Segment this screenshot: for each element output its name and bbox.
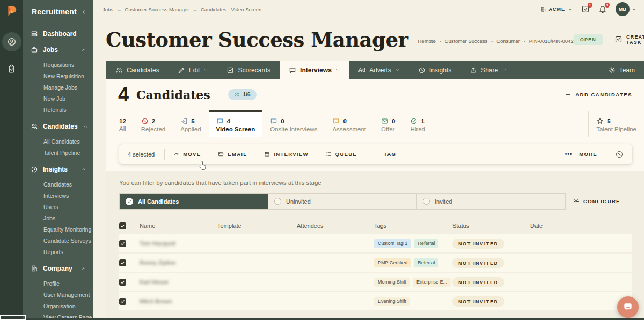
- sidebar-item-user-management[interactable]: User Management: [43, 289, 93, 300]
- sidebar-item-requisitions[interactable]: Requisitions: [43, 59, 93, 70]
- sidebar-item-insights-users[interactable]: Users: [43, 201, 93, 212]
- stage-assessment[interactable]: 0 Assessment: [325, 110, 374, 137]
- stage-onsite-interviews[interactable]: 0 Onsite Interviews: [262, 110, 325, 137]
- stage-video-screen[interactable]: 4 Video Screen: [209, 110, 263, 137]
- sidebar-item-talent-pipeline[interactable]: Talent Pipeline: [43, 147, 93, 158]
- sidebar-item-referrals[interactable]: Referrals: [43, 104, 93, 115]
- chat-widget-button[interactable]: [617, 296, 639, 318]
- stage-applied[interactable]: 5 Applied: [173, 110, 208, 137]
- col-tags: Tags: [374, 222, 452, 229]
- tab-team[interactable]: Team: [599, 61, 644, 79]
- candidate-name[interactable]: Tom Hacquoil: [140, 240, 217, 247]
- stage-hired[interactable]: 1 Hired: [402, 110, 432, 137]
- filter-option-all-candidates[interactable]: All Candidates: [120, 194, 268, 209]
- sidebar-item-all-candidates[interactable]: All Candidates: [43, 136, 93, 147]
- collapse-sidebar-icon[interactable]: [80, 9, 86, 15]
- tab-interviews[interactable]: Interviews: [280, 61, 349, 79]
- sidebar-item-insights-candidates[interactable]: Candidates: [43, 178, 93, 190]
- applied-icon: [181, 118, 187, 123]
- candidate-name[interactable]: Mitch Brown: [140, 298, 217, 304]
- configure-button[interactable]: CONFIGURE: [573, 198, 620, 204]
- sidebar-item-new-job[interactable]: New Job: [43, 93, 93, 104]
- table-row[interactable]: Tom Hacquoil Custom Tag 1 Referral NOT I…: [119, 234, 632, 252]
- tab-adverts[interactable]: Ad Adverts: [349, 61, 409, 79]
- close-selection-button[interactable]: [615, 150, 624, 159]
- user-menu[interactable]: MB: [616, 2, 636, 16]
- sidebar-item-equality-monitoring[interactable]: Equality Monitoring: [43, 224, 93, 235]
- tags-cell: Morning Shift Enterprise E...: [374, 278, 452, 287]
- candidate-name[interactable]: Ronny Zipline: [140, 259, 217, 266]
- sidebar-item-company[interactable]: Company: [23, 261, 93, 277]
- sidebar-item-insights[interactable]: Insights: [23, 161, 93, 177]
- add-candidates-button[interactable]: ADD CANDIDATES: [565, 92, 632, 98]
- tab-candidates[interactable]: Candidates: [106, 61, 169, 79]
- row-checkbox[interactable]: [119, 259, 126, 266]
- sidebar-item-candidate-surveys[interactable]: Candidate Surveys: [43, 235, 93, 246]
- interview-button[interactable]: INTERVIEW: [255, 151, 317, 157]
- avatar: MB: [616, 2, 630, 16]
- stage-talent-pipeline[interactable]: 5 Talent Pipeline: [588, 110, 644, 137]
- stage-rejected[interactable]: 2 Rejected: [134, 110, 173, 137]
- sidebar-item-candidates[interactable]: Candidates: [23, 118, 93, 135]
- pinpoint-logo-icon[interactable]: [5, 4, 19, 18]
- stage-all[interactable]: 12 All: [112, 110, 134, 137]
- candidate-search-button[interactable]: [2, 32, 21, 51]
- chevron-up-icon: [83, 169, 85, 170]
- breadcrumb-separator: →: [116, 6, 122, 12]
- row-checkbox[interactable]: [119, 240, 126, 247]
- sidebar-item-new-requisition[interactable]: New Requisition: [43, 70, 93, 81]
- status-badge: NOT INVITED: [452, 258, 504, 268]
- filter-option-invited[interactable]: Invited: [417, 194, 565, 209]
- tab-edit[interactable]: Edit: [169, 61, 218, 79]
- people-icon: [116, 68, 121, 72]
- row-checkbox[interactable]: [119, 298, 126, 305]
- select-all-checkbox[interactable]: [119, 222, 126, 229]
- interview-ratio-badge[interactable]: 1/6: [228, 89, 257, 100]
- page-title: Customer Success Manager: [106, 28, 408, 51]
- sidebar-item-profile[interactable]: Profile: [43, 278, 93, 289]
- sidebar-item-organisation[interactable]: Organisation: [43, 300, 93, 311]
- col-attendees: Attendees: [297, 222, 374, 229]
- tasks-rail-button[interactable]: [2, 59, 21, 78]
- selected-check-icon: [126, 198, 133, 205]
- filter-option-uninvited[interactable]: Uninvited: [268, 194, 417, 209]
- email-button[interactable]: EMAIL: [209, 151, 255, 157]
- stage-offer[interactable]: 0 Offer: [374, 110, 402, 137]
- job-header: Customer Success Manager Remote • Custom…: [93, 18, 644, 61]
- sidebar-nav: Dashboard Jobs Requisitions New Requisit…: [23, 21, 93, 320]
- row-checkbox[interactable]: [119, 279, 126, 286]
- create-task-button[interactable]: CREATE TASK: [614, 34, 644, 45]
- table-row[interactable]: Ronny Zipline PMP Certified Referral NOT…: [119, 254, 632, 272]
- move-button[interactable]: MOVE: [165, 151, 209, 157]
- bottom-left-artifact: [0, 315, 26, 320]
- candidate-name[interactable]: Karl Hesse: [140, 279, 217, 285]
- status-badge[interactable]: OPEN: [574, 34, 603, 45]
- tab-share[interactable]: Share: [460, 61, 516, 79]
- col-date: Date: [530, 222, 632, 229]
- filter-hint: You can filter by candidates that have t…: [119, 180, 632, 186]
- sidebar-item-reports[interactable]: Reports: [43, 246, 93, 257]
- breadcrumb-jobs[interactable]: Jobs: [103, 6, 113, 12]
- org-switcher[interactable]: ACME: [540, 6, 573, 12]
- task-icon: [583, 6, 589, 12]
- tab-scorecards[interactable]: Scorecards: [217, 61, 280, 79]
- tab-insights[interactable]: Insights: [409, 61, 460, 79]
- tasks-button[interactable]: 1: [581, 5, 590, 13]
- candidates-title: Candidates: [136, 88, 219, 102]
- tag-button[interactable]: TAG: [365, 151, 405, 157]
- queue-button[interactable]: QUEUE: [317, 151, 365, 157]
- sidebar-item-manage-jobs[interactable]: Manage Jobs: [43, 81, 93, 93]
- sidebar-item-insights-interviews[interactable]: Interviews: [43, 190, 93, 201]
- sidebar-item-jobs[interactable]: Jobs: [23, 42, 93, 58]
- table-row[interactable]: Mitch Brown Evening Shift NOT INVITED: [119, 292, 632, 310]
- people-icon: [32, 124, 36, 129]
- breadcrumb-job-title[interactable]: Customer Success Manager: [125, 6, 189, 12]
- gear-icon: [609, 67, 614, 73]
- tag: Referral: [414, 258, 438, 267]
- sidebar-item-insights-jobs[interactable]: Jobs: [43, 212, 93, 224]
- speech-bubble-icon: [290, 68, 295, 72]
- table-row[interactable]: Karl Hesse Morning Shift Enterprise E...…: [119, 273, 632, 291]
- sidebar-item-dashboard[interactable]: Dashboard: [23, 26, 93, 42]
- more-button[interactable]: ••• MORE: [557, 151, 606, 157]
- notifications-button[interactable]: 1: [598, 5, 607, 13]
